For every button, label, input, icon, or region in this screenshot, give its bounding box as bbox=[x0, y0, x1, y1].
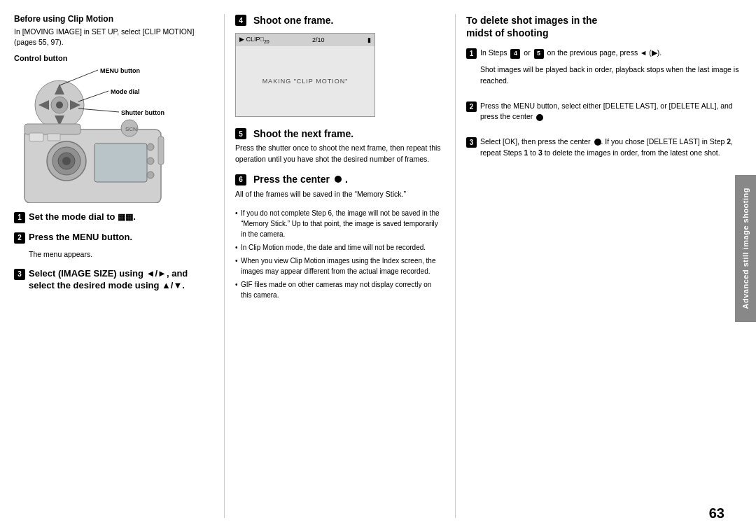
bullet-note-2: In Clip Motion mode, the date and time w… bbox=[235, 242, 441, 253]
svg-text:Mode dial: Mode dial bbox=[111, 88, 140, 95]
step-3: 3 Select (IMAGE SIZE) using ◄/►, and sel… bbox=[14, 268, 203, 292]
delete-step-2-text: Press the MENU button, select either [DE… bbox=[480, 101, 742, 123]
delete-step-1-content: In Steps 4 or 5 on the previous page, pr… bbox=[480, 48, 742, 92]
lcd-screen: ▶ CLIP□20 2/10 ▮ MAKING "CLIP MOTION" bbox=[235, 33, 375, 117]
step-4-section: 4 Shoot one frame. ▶ CLIP□20 2/10 ▮ MAKI… bbox=[235, 14, 441, 117]
bullet-note-3: When you view Clip Motion images using t… bbox=[235, 255, 441, 276]
step-4-label: Shoot one frame. bbox=[253, 15, 333, 26]
svg-rect-19 bbox=[29, 133, 43, 141]
step-6-label: Press the center bbox=[253, 174, 330, 185]
svg-point-22 bbox=[147, 144, 154, 150]
delete-step-2-content: Press the MENU button, select either [DE… bbox=[480, 101, 742, 129]
camera-svg: MENU button Mode dial Shutter button bbox=[21, 66, 189, 203]
page-container: Before using Clip Motion In [MOVING IMAG… bbox=[0, 0, 756, 532]
step-6-num: 6 bbox=[235, 174, 246, 186]
step-2-block: 2 Press the MENU button. The menu appear… bbox=[14, 232, 203, 260]
svg-text:Shutter button: Shutter button bbox=[121, 109, 164, 116]
lcd-label: MAKING "CLIP MOTION" bbox=[262, 78, 349, 85]
step-6-heading: 6 Press the center . bbox=[235, 174, 441, 186]
step-ref-5: 5 bbox=[534, 49, 544, 59]
svg-text:MENU button: MENU button bbox=[100, 67, 140, 74]
camera-diagram: MENU button Mode dial Shutter button bbox=[21, 66, 203, 204]
sidebar-label: Advanced still image shooting bbox=[741, 188, 750, 309]
svg-line-11 bbox=[78, 108, 119, 112]
lcd-main-area: MAKING "CLIP MOTION" bbox=[236, 46, 374, 116]
bullet-notes: If you do not complete Step 6, the image… bbox=[235, 208, 441, 300]
left-column: Before using Clip Motion In [MOVING IMAG… bbox=[14, 14, 210, 518]
delete-step-3-content: Select [OK], then press the center . If … bbox=[480, 136, 742, 164]
delete-step-2: 2 Press the MENU button, select either [… bbox=[466, 101, 742, 129]
bullet-note-4: GIF files made on other cameras may not … bbox=[235, 279, 441, 300]
svg-rect-21 bbox=[94, 144, 147, 182]
step-6-section: 6 Press the center . All of the frames w… bbox=[235, 174, 441, 200]
step-6-text: All of the frames will be saved in the “… bbox=[235, 189, 441, 200]
delete-step-2-num: 2 bbox=[466, 102, 477, 112]
step-4-num: 4 bbox=[235, 15, 246, 26]
step-1: 1 Set the mode dial to ▦▦. bbox=[14, 211, 203, 223]
delete-step-3: 3 Select [OK], then press the center . I… bbox=[466, 136, 742, 164]
page-number: 63 bbox=[709, 505, 724, 522]
step-ref-4: 4 bbox=[510, 49, 520, 59]
step-2: 2 Press the MENU button. bbox=[14, 232, 203, 244]
step-5-label: Shoot the next frame. bbox=[253, 128, 354, 139]
middle-column: 4 Shoot one frame. ▶ CLIP□20 2/10 ▮ MAKI… bbox=[224, 14, 441, 518]
step-4-heading: 4 Shoot one frame. bbox=[235, 14, 441, 26]
delete-title-line2: midst of shooting bbox=[466, 27, 548, 38]
svg-line-9 bbox=[78, 91, 108, 102]
delete-step-1: 1 In Steps 4 or 5 on the previous page, … bbox=[466, 48, 742, 92]
svg-line-7 bbox=[59, 70, 98, 85]
right-column: To delete shot images in the midst of sh… bbox=[455, 14, 742, 518]
step-1-num: 1 bbox=[14, 212, 25, 223]
step-3-block: 3 Select (IMAGE SIZE) using ◄/►, and sel… bbox=[14, 268, 203, 292]
svg-point-6 bbox=[56, 102, 63, 108]
step-5-num: 5 bbox=[235, 128, 246, 139]
sidebar-tab: Advanced still image shooting bbox=[735, 175, 756, 322]
lcd-clip-icon: ▶ CLIP□20 bbox=[239, 36, 270, 44]
svg-point-24 bbox=[147, 172, 154, 178]
step-2-num: 2 bbox=[14, 232, 25, 244]
step-5-section: 5 Shoot the next frame. Press the shutte… bbox=[235, 127, 441, 165]
delete-step-3-text: Select [OK], then press the center . If … bbox=[480, 136, 742, 159]
main-content: Before using Clip Motion In [MOVING IMAG… bbox=[0, 0, 756, 532]
before-using-text: In [MOVING IMAGE] in SET UP, select [CLI… bbox=[14, 27, 203, 47]
svg-rect-27 bbox=[158, 136, 164, 164]
delete-step-1-text: In Steps 4 or 5 on the previous page, pr… bbox=[480, 48, 742, 59]
delete-section-title: To delete shot images in the midst of sh… bbox=[466, 14, 742, 39]
lcd-top-bar: ▶ CLIP□20 2/10 ▮ bbox=[236, 34, 374, 46]
lcd-counter: 2/10 bbox=[312, 36, 325, 43]
steps-1-3: 1 Set the mode dial to ▦▦. 2 Press the M… bbox=[14, 211, 203, 291]
svg-text:SCN: SCN bbox=[125, 126, 137, 132]
step-1-text: Set the mode dial to ▦▦. bbox=[29, 211, 136, 223]
delete-step-3-num: 3 bbox=[466, 137, 477, 148]
step-5-heading: 5 Shoot the next frame. bbox=[235, 127, 441, 139]
delete-step-1-num: 1 bbox=[466, 48, 477, 59]
step-3-text: Select (IMAGE SIZE) using ◄/►, and selec… bbox=[29, 268, 203, 292]
delete-steps: 1 In Steps 4 or 5 on the previous page, … bbox=[466, 48, 742, 164]
center-dot-2-icon bbox=[594, 139, 601, 146]
center-bullet-icon bbox=[335, 176, 342, 183]
step-5-text: Press the shutter once to shoot the next… bbox=[235, 143, 441, 165]
step-2-text: Press the MENU button. bbox=[29, 232, 132, 244]
center-dot-icon bbox=[536, 114, 543, 121]
svg-point-23 bbox=[147, 158, 154, 164]
bullet-note-1: If you do not complete Step 6, the image… bbox=[235, 208, 441, 239]
step-2-sub: The menu appears. bbox=[29, 249, 203, 260]
delete-title-line1: To delete shot images in the bbox=[466, 15, 597, 26]
step-3-num: 3 bbox=[14, 269, 25, 280]
svg-rect-20 bbox=[48, 134, 60, 141]
svg-point-18 bbox=[62, 157, 71, 165]
before-using-title: Before using Clip Motion bbox=[14, 14, 203, 24]
delete-step-1-sub: Shot images will be played back in order… bbox=[480, 64, 742, 87]
step-1-block: 1 Set the mode dial to ▦▦. bbox=[14, 211, 203, 223]
lcd-battery: ▮ bbox=[368, 36, 371, 43]
control-button-label: Control button bbox=[14, 54, 203, 62]
